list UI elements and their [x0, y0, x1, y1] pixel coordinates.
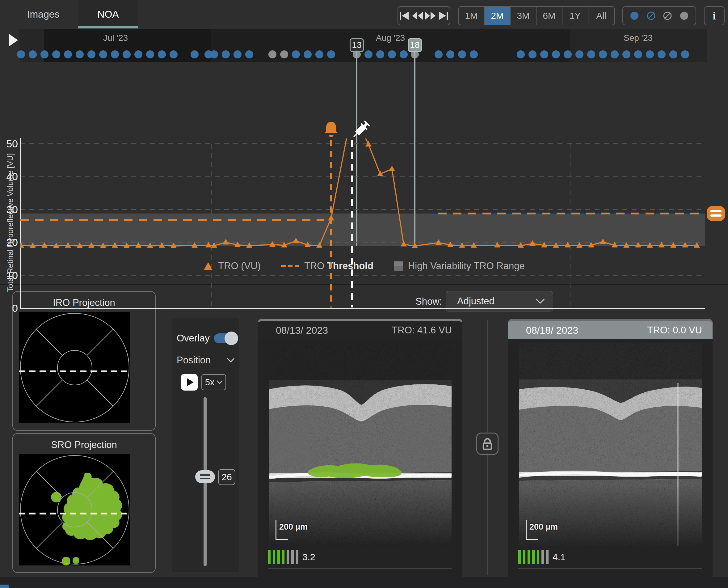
timeline-scan-dot[interactable]	[446, 50, 454, 58]
overlay-toggle[interactable]	[214, 333, 238, 344]
timeline-scan-dot[interactable]	[458, 50, 466, 58]
timeline-scan-dot[interactable]	[669, 50, 677, 58]
timeline-scan-dot[interactable]	[76, 50, 84, 58]
timeline-scan-dot[interactable]	[269, 50, 276, 58]
playback-speed-select[interactable]: 5x	[201, 374, 226, 390]
tab-noa[interactable]: NOA	[78, 0, 138, 28]
timeline-scan-dot[interactable]	[646, 50, 654, 58]
timeline-scan-dot[interactable]	[327, 50, 335, 58]
chevron-down-icon	[217, 380, 222, 384]
tro-data-point	[159, 242, 165, 248]
timeline-scan-dot[interactable]	[434, 50, 443, 58]
iro-projection-map[interactable]	[19, 312, 130, 423]
bscan-controls-panel: Overlay Position 5x 26	[172, 318, 239, 572]
timeline-scan-dot[interactable]	[123, 50, 131, 58]
step-back-button[interactable]	[411, 7, 424, 25]
timeline-scan-dot[interactable]	[210, 50, 218, 58]
bscan-slider-handle[interactable]	[195, 470, 215, 483]
timeline-scan-dot[interactable]	[599, 50, 607, 58]
tro-data-point	[206, 242, 212, 248]
info-button[interactable]: i	[704, 6, 725, 25]
quality-bar	[268, 550, 271, 564]
tro-data-series[interactable]	[20, 139, 705, 309]
scan-timeline: Jul '23 Aug '23 Sep '23 13 18	[0, 29, 728, 62]
range-1m-button[interactable]: 1M	[459, 7, 485, 25]
timeline-scan-dot[interactable]	[304, 50, 312, 58]
timeline-scan-dot[interactable]	[315, 50, 323, 58]
timeline-scan-dot[interactable]	[40, 50, 48, 58]
info-icon: i	[712, 9, 716, 22]
skip-to-end-button[interactable]	[437, 7, 450, 25]
event-marker-13[interactable]: 13	[350, 38, 364, 52]
bscan-image-0818[interactable]: 200 µm	[519, 343, 702, 546]
step-back-icon	[412, 11, 424, 20]
bscan-header-0813[interactable]: 08/13/ 2023 TRO: 41.6 VU	[258, 319, 463, 339]
timeline-scan-dot[interactable]	[658, 50, 666, 58]
bscan-image-0813[interactable]: 200 µm	[269, 343, 452, 546]
timeline-scan-dot[interactable]	[111, 50, 119, 58]
timeline-scan-dot[interactable]	[222, 50, 230, 58]
timeline-scan-dot[interactable]	[540, 50, 548, 58]
timeline-scan-dot[interactable]	[364, 50, 372, 58]
timeline-scan-dot[interactable]	[681, 50, 689, 58]
timeline-scan-dot[interactable]	[517, 50, 525, 58]
sro-projection-map[interactable]	[19, 454, 130, 565]
timeline-scan-dot[interactable]	[529, 50, 536, 58]
timeline-scan-dot[interactable]	[587, 50, 595, 58]
timeline-scan-dot[interactable]	[17, 50, 25, 58]
timeline-scan-dot[interactable]	[280, 50, 288, 58]
timeline-scan-dot[interactable]	[470, 50, 478, 58]
injection-syringe-icon[interactable]	[350, 116, 374, 142]
timeline-scan-dot[interactable]	[234, 50, 241, 58]
threshold-drag-handle[interactable]	[707, 206, 725, 221]
tro-data-point	[553, 242, 559, 248]
blue-slashed-dot-icon[interactable]	[646, 10, 656, 21]
timeline-scan-dot[interactable]	[170, 50, 178, 58]
event-marker-18[interactable]: 18	[408, 38, 422, 52]
blue-filled-dot-icon[interactable]	[629, 10, 640, 21]
timeline-scan-dot[interactable]	[52, 50, 60, 58]
tab-images[interactable]: Images	[12, 0, 74, 28]
quality-bar	[541, 550, 544, 564]
timeline-scan-dot[interactable]	[146, 50, 154, 58]
timeline-scan-dot[interactable]	[611, 50, 619, 58]
timeline-scan-dot[interactable]	[64, 50, 72, 58]
timeline-scan-dot[interactable]	[99, 50, 107, 58]
range-all-button[interactable]: All	[588, 7, 614, 25]
timeline-scan-dot[interactable]	[564, 50, 572, 58]
gray-filled-dot-icon[interactable]	[679, 10, 689, 21]
step-forward-button[interactable]	[424, 7, 437, 25]
skip-to-start-button[interactable]	[398, 7, 411, 25]
timeline-scan-dot[interactable]	[575, 50, 583, 58]
bscan-play-button[interactable]	[181, 374, 198, 391]
timeline-scan-dot[interactable]	[87, 50, 95, 58]
timeline-scan-dot[interactable]	[388, 50, 396, 58]
tro-data-point	[659, 242, 665, 248]
timeline-scan-dot[interactable]	[634, 50, 642, 58]
timeline-scan-dot[interactable]	[400, 50, 408, 58]
timeline-scan-dot[interactable]	[29, 50, 37, 58]
position-dropdown[interactable]: Position	[177, 355, 235, 366]
timeline-scan-dot[interactable]	[245, 50, 253, 58]
gray-slashed-dot-icon[interactable]	[662, 10, 673, 21]
range-6m-button[interactable]: 6M	[536, 7, 562, 25]
timeline-play-button[interactable]	[9, 34, 18, 47]
quality-bar	[518, 550, 521, 564]
alert-bell-icon[interactable]	[324, 121, 339, 140]
quality-bar	[286, 550, 289, 564]
range-2m-button[interactable]: 2M	[485, 7, 511, 25]
range-1y-button[interactable]: 1Y	[562, 7, 588, 25]
range-3m-button[interactable]: 3M	[511, 7, 536, 25]
timeline-scan-dot[interactable]	[622, 50, 630, 58]
timeline-scan-dot[interactable]	[552, 50, 560, 58]
tro-data-point	[223, 239, 229, 245]
timeline-scan-dot[interactable]	[158, 50, 166, 58]
lock-sync-button[interactable]	[476, 433, 498, 455]
timeline-scan-dot[interactable]	[376, 50, 384, 58]
timeline-scan-dot[interactable]	[191, 50, 199, 58]
bscan-header-0818[interactable]: 08/18/ 2023 TRO: 0.0 VU	[508, 319, 712, 339]
timeline-scan-dot[interactable]	[292, 50, 300, 58]
timeline-scan-dot[interactable]	[134, 50, 143, 58]
bottom-left-accent	[0, 585, 9, 588]
tro-data-point	[269, 241, 276, 247]
